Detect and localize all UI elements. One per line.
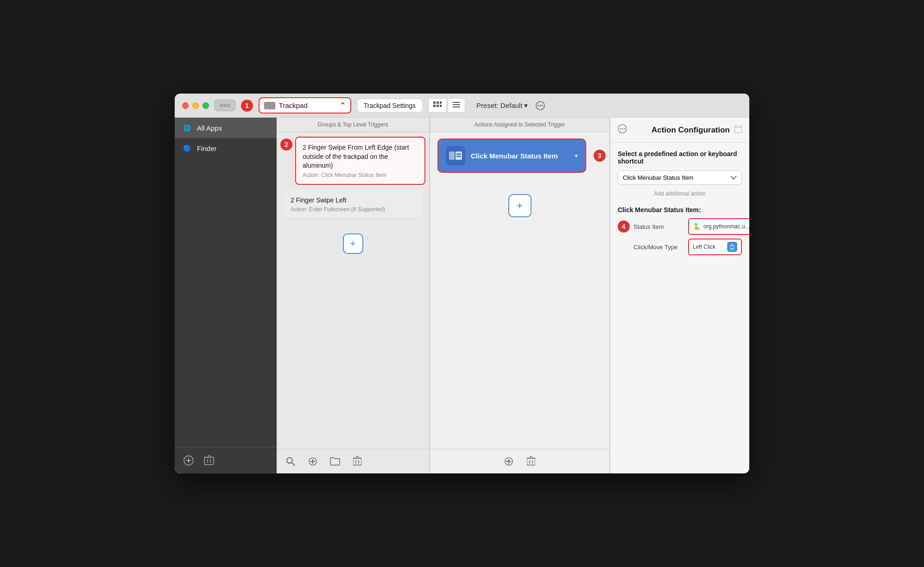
- badge-4: 4: [618, 220, 630, 233]
- svg-rect-36: [456, 156, 461, 157]
- config-header: Action Configuration: [610, 118, 749, 143]
- add-action-footer-button[interactable]: [501, 454, 516, 469]
- click-move-type-label: Click/Move Type: [633, 244, 684, 251]
- svg-rect-5: [433, 105, 436, 107]
- status-item-label: Status Item: [633, 223, 684, 230]
- delete-action-footer-button[interactable]: [524, 454, 538, 469]
- svg-rect-28: [353, 458, 361, 465]
- svg-rect-4: [440, 101, 442, 104]
- add-action-button[interactable]: +: [508, 194, 532, 217]
- config-title: Action Configuration: [652, 126, 730, 135]
- svg-rect-35: [456, 153, 461, 155]
- minimize-button[interactable]: [192, 102, 199, 109]
- triggers-header-label: Groups & Top Level Triggers: [318, 121, 388, 128]
- config-section-title: Click Menubar Status Item:: [618, 206, 742, 214]
- preset-button[interactable]: Preset: Default ▾: [476, 101, 528, 110]
- add-app-button[interactable]: [181, 453, 196, 468]
- list-view-button[interactable]: [448, 98, 465, 113]
- action-chevron-icon: ▾: [575, 152, 578, 159]
- trigger-name-2: 2 Finger Swipe Left: [291, 196, 415, 205]
- svg-point-14: [541, 105, 543, 106]
- two-columns: Groups & Top Level Triggers 2 2 Finger S…: [277, 118, 749, 473]
- status-item-text: org.pythonmac.u...: [703, 223, 749, 230]
- svg-point-23: [287, 458, 292, 463]
- config-panel: Action Configuration Select a predefined…: [610, 118, 749, 473]
- delete-app-button[interactable]: [202, 453, 216, 468]
- finder-label: Finder: [197, 145, 217, 152]
- all-apps-icon: 🌐: [181, 122, 192, 133]
- svg-rect-2: [433, 101, 436, 104]
- trigger-action-1: Action: Click Menubar Status Item: [303, 172, 418, 178]
- svg-rect-8: [453, 102, 460, 103]
- svg-rect-10: [453, 107, 460, 107]
- badge-3: 3: [594, 150, 606, 162]
- svg-rect-33: [449, 151, 455, 160]
- config-window-button[interactable]: [734, 126, 742, 135]
- click-move-type-value[interactable]: Left Click: [688, 239, 742, 255]
- main-window: <<< 1 Trackpad ⌃ Trackpad Settings: [175, 94, 749, 473]
- trackpad-icon: [264, 102, 275, 109]
- actions-panel-header: Actions Assigned to Selected Trigger: [430, 118, 609, 132]
- device-name: Trackpad: [279, 101, 336, 109]
- more-options-button[interactable]: [534, 99, 547, 112]
- config-more-button[interactable]: [618, 124, 627, 136]
- main-content: 🌐 All Apps 🔵 Finder Grou: [175, 118, 749, 473]
- action-item-selected[interactable]: Click Menubar Status Item ▾: [437, 139, 586, 173]
- svg-rect-49: [734, 126, 742, 133]
- action-dropdown-wrapper: Click Menubar Status Item: [618, 170, 742, 185]
- triggers-footer: [277, 449, 429, 473]
- svg-point-46: [620, 128, 621, 130]
- svg-rect-7: [440, 105, 442, 107]
- actions-panel: Actions Assigned to Selected Trigger: [430, 118, 610, 473]
- svg-rect-3: [437, 101, 439, 104]
- trigger-name-1: 2 Finger Swipe From Left Edge (start out…: [303, 143, 418, 170]
- click-move-type-stepper[interactable]: [727, 242, 737, 252]
- maximize-button[interactable]: [203, 102, 209, 109]
- actions-footer: [430, 449, 609, 473]
- svg-rect-18: [204, 457, 214, 465]
- device-selector[interactable]: Trackpad ⌃: [259, 97, 351, 113]
- trigger-item-2[interactable]: 2 Finger Swipe Left Action: Enter Fullsc…: [284, 190, 422, 219]
- sidebar-item-finder[interactable]: 🔵 Finder: [175, 138, 277, 158]
- status-item-icon: 🐍: [693, 223, 701, 230]
- badge-2: 2: [280, 139, 292, 151]
- click-move-type-text: Left Click: [693, 244, 724, 250]
- traffic-lights: [182, 102, 209, 109]
- finder-icon: 🔵: [181, 143, 192, 154]
- add-additional-label: Add additional action: [618, 189, 742, 199]
- title-bar: <<< 1 Trackpad ⌃ Trackpad Settings: [175, 94, 749, 118]
- triggers-panel-header: Groups & Top Level Triggers: [277, 118, 429, 132]
- svg-point-47: [622, 128, 623, 130]
- add-trigger-footer-button[interactable]: [305, 454, 320, 469]
- add-trigger-button[interactable]: +: [343, 233, 363, 254]
- svg-point-13: [539, 105, 541, 106]
- action-name: Click Menubar Status Item: [471, 152, 569, 160]
- all-apps-label: All Apps: [197, 124, 222, 132]
- sidebar-footer: [175, 447, 277, 473]
- action-dropdown-value: Click Menubar Status Item: [623, 174, 730, 181]
- trackpad-settings-button[interactable]: Trackpad Settings: [357, 99, 423, 113]
- triggers-panel: Groups & Top Level Triggers 2 2 Finger S…: [277, 118, 430, 473]
- config-subtitle: Select a predefined action or keyboard s…: [618, 150, 742, 165]
- trigger-item-1[interactable]: 2 Finger Swipe From Left Edge (start out…: [295, 137, 425, 185]
- view-toggle: [428, 98, 465, 113]
- device-chevron-icon: ⌃: [340, 101, 346, 110]
- actions-header-label: Actions Assigned to Selected Trigger: [475, 121, 565, 128]
- folder-trigger-button[interactable]: [328, 454, 342, 469]
- grid-view-button[interactable]: [428, 98, 447, 113]
- close-button[interactable]: [182, 102, 189, 109]
- back-button[interactable]: <<<: [215, 100, 235, 111]
- action-dropdown[interactable]: Click Menubar Status Item: [618, 170, 742, 185]
- svg-rect-40: [527, 458, 535, 465]
- status-item-value[interactable]: 🐍 org.pythonmac.u...: [688, 218, 749, 235]
- sidebar-item-all-apps[interactable]: 🌐 All Apps: [175, 118, 277, 138]
- delete-trigger-button[interactable]: [350, 454, 365, 469]
- search-trigger-button[interactable]: [283, 454, 298, 469]
- badge-1: 1: [241, 100, 253, 112]
- config-body: Select a predefined action or keyboard s…: [610, 143, 749, 266]
- svg-rect-9: [453, 104, 460, 105]
- svg-point-12: [538, 105, 539, 106]
- sidebar: 🌐 All Apps 🔵 Finder: [175, 118, 277, 473]
- svg-line-24: [292, 463, 295, 466]
- svg-rect-6: [437, 105, 439, 107]
